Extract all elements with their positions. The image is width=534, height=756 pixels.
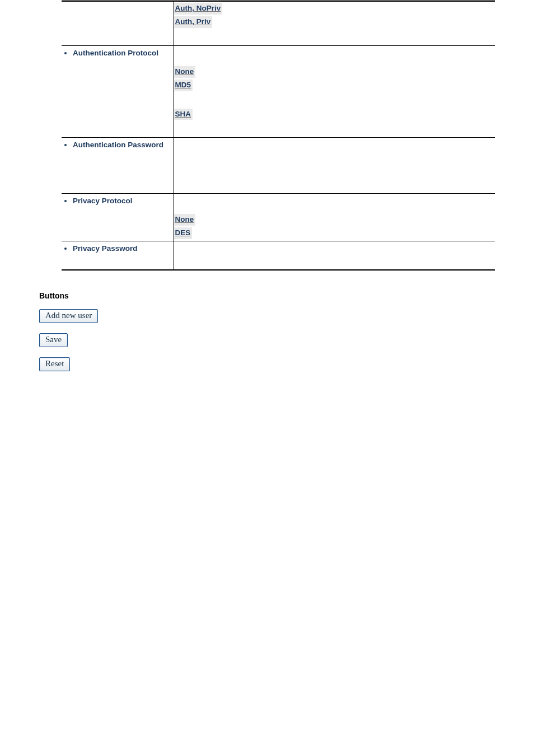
table-row-privacy-password: Privacy Password bbox=[62, 241, 495, 270]
table-row-auth-password: Authentication Password bbox=[62, 138, 495, 194]
row-value-cell: NoneMD5SHA bbox=[174, 45, 495, 138]
table-row-security-level: Auth, NoPrivAuth, Priv bbox=[62, 1, 495, 46]
option-auth-protocol-1[interactable]: MD5 bbox=[174, 80, 193, 91]
save-button[interactable]: Save bbox=[39, 333, 68, 347]
row-label: Authentication Protocol bbox=[73, 46, 174, 60]
reset-button[interactable]: Reset bbox=[39, 357, 70, 371]
option-privacy-protocol-1[interactable]: DES bbox=[174, 227, 193, 239]
row-value-cell: Auth, NoPrivAuth, Priv bbox=[174, 1, 495, 46]
option-auth-protocol-2[interactable]: SHA bbox=[174, 109, 193, 120]
row-value-cell bbox=[174, 241, 495, 270]
row-label-cell bbox=[62, 1, 174, 46]
row-label: Privacy Password bbox=[73, 241, 174, 256]
row-label-cell: Privacy Protocol bbox=[62, 194, 174, 241]
row-value-cell: NoneDES bbox=[174, 194, 495, 241]
row-label: Authentication Password bbox=[73, 138, 174, 152]
row-label-cell: Privacy Password bbox=[62, 241, 174, 270]
row-label-cell: Authentication Protocol bbox=[62, 45, 174, 138]
option-auth-protocol-0[interactable]: None bbox=[174, 66, 196, 78]
row-label: Privacy Protocol bbox=[73, 194, 174, 208]
add-new-user-button[interactable]: Add new user bbox=[39, 309, 98, 323]
option-privacy-protocol-0[interactable]: None bbox=[174, 214, 196, 226]
row-label-cell: Authentication Password bbox=[62, 138, 174, 194]
option-security-level-0[interactable]: Auth, NoPriv bbox=[174, 3, 223, 15]
option-security-level-1[interactable]: Auth, Priv bbox=[174, 16, 213, 28]
buttons-heading: Buttons bbox=[39, 291, 495, 300]
row-value-cell bbox=[174, 138, 495, 194]
table-row-auth-protocol: Authentication ProtocolNoneMD5SHA bbox=[62, 45, 495, 138]
table-row-privacy-protocol: Privacy ProtocolNoneDES bbox=[62, 194, 495, 241]
spec-table: Auth, NoPrivAuth, PrivAuthentication Pro… bbox=[62, 0, 495, 271]
